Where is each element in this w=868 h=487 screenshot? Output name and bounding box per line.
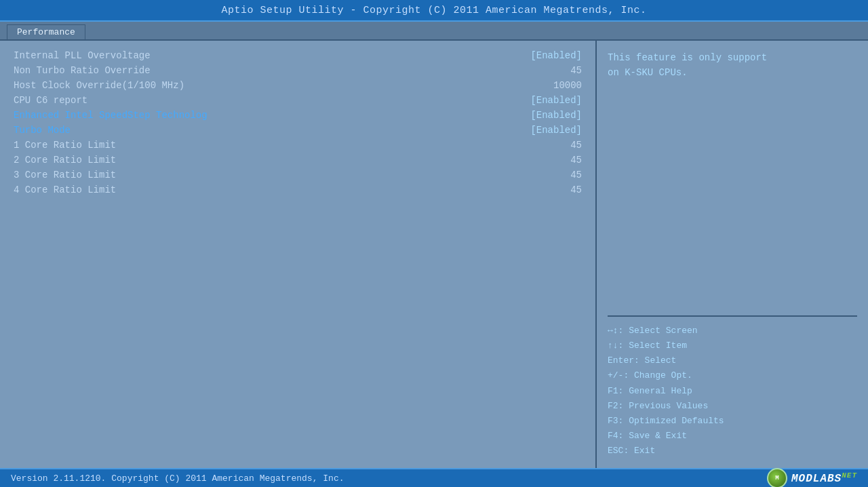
item-value: [Enabled]: [530, 110, 582, 121]
footer-bar: Version 2.11.1210. Copyright (C) 2011 Am…: [0, 468, 868, 487]
item-value: 45: [570, 140, 582, 151]
list-item[interactable]: Internal PLL Overvoltage [Enabled]: [11, 49, 585, 62]
modlabs-logo: M MODLABSNET: [767, 468, 857, 487]
item-label: 2 Core Ratio Limit: [14, 155, 116, 165]
item-label: Internal PLL Overvoltage: [14, 50, 151, 61]
modlabs-icon: M: [767, 468, 787, 487]
right-panel: This feature is only support on K-SKU CP…: [597, 41, 868, 468]
item-value: 10000: [553, 80, 582, 91]
list-item[interactable]: Host Clock Override(1/100 MHz) 10000: [11, 79, 585, 92]
key-help-line-7: F3: Optimized Defaults: [608, 414, 857, 429]
item-label: Non Turbo Ratio Override: [14, 65, 151, 76]
item-value: 45: [570, 155, 582, 165]
item-label: 4 Core Ratio Limit: [14, 184, 116, 195]
list-item[interactable]: Non Turbo Ratio Override 45: [11, 64, 585, 77]
item-value: 45: [570, 65, 582, 76]
item-label: 3 Core Ratio Limit: [14, 170, 116, 180]
left-panel: Internal PLL Overvoltage [Enabled] Non T…: [0, 41, 597, 468]
key-help-line-4: +/-: Change Opt.: [608, 368, 857, 383]
item-value: [Enabled]: [530, 125, 582, 136]
header-title: Aptio Setup Utility - Copyright (C) 2011…: [221, 5, 646, 16]
help-line-1: This feature is only support: [608, 50, 857, 65]
key-help-line-2: ↑↓: Select Item: [608, 338, 857, 353]
key-help-line-9: ESC: Exit: [608, 444, 857, 459]
key-help-line-6: F2: Previous Values: [608, 399, 857, 414]
tab-bar: Performance: [0, 22, 868, 41]
item-label: Enhanced Intel SpeedStep Technolog: [14, 110, 208, 121]
header-bar: Aptio Setup Utility - Copyright (C) 2011…: [0, 0, 868, 22]
item-label: CPU C6 report: [14, 95, 87, 106]
modlabs-brand: MODLABSNET: [791, 471, 857, 485]
key-help-line-1: ↔↕: Select Screen: [608, 324, 857, 338]
help-text-area: This feature is only support on K-SKU CP…: [608, 50, 857, 309]
list-item[interactable]: Enhanced Intel SpeedStep Technolog [Enab…: [11, 109, 585, 122]
key-help-line-5: F1: General Help: [608, 384, 857, 399]
item-value: [Enabled]: [530, 50, 582, 61]
main-content: Internal PLL Overvoltage [Enabled] Non T…: [0, 41, 868, 468]
tab-performance[interactable]: Performance: [7, 24, 85, 39]
key-help-line-3: Enter: Select: [608, 353, 857, 368]
item-label: Host Clock Override(1/100 MHz): [14, 80, 184, 91]
panel-divider: [608, 315, 857, 317]
footer-text: Version 2.11.1210. Copyright (C) 2011 Am…: [11, 473, 344, 484]
list-item[interactable]: 2 Core Ratio Limit 45: [11, 153, 585, 167]
item-label: Turbo Mode: [14, 125, 71, 136]
item-value: 45: [570, 184, 582, 195]
item-label: 1 Core Ratio Limit: [14, 140, 116, 151]
key-help-line-8: F4: Save & Exit: [608, 429, 857, 444]
key-help-area: ↔↕: Select Screen ↑↓: Select Item Enter:…: [608, 324, 857, 459]
item-value: 45: [570, 170, 582, 180]
list-item[interactable]: 1 Core Ratio Limit 45: [11, 138, 585, 152]
list-item[interactable]: Turbo Mode [Enabled]: [11, 123, 585, 137]
list-item[interactable]: 3 Core Ratio Limit 45: [11, 168, 585, 182]
item-value: [Enabled]: [530, 95, 582, 106]
list-item[interactable]: 4 Core Ratio Limit 45: [11, 183, 585, 197]
list-item[interactable]: CPU C6 report [Enabled]: [11, 94, 585, 107]
help-line-2: on K-SKU CPUs.: [608, 65, 857, 80]
